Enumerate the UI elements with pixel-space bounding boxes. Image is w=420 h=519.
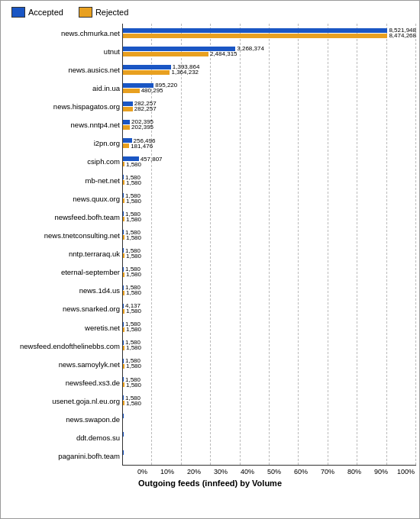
rejected-bar: [123, 198, 124, 203]
rejected-bar-wrapper: [123, 437, 416, 443]
rejected-bar: [123, 272, 124, 277]
accepted-bar-wrapper: 1,580: [123, 230, 416, 235]
bar-row: 8,521,9488,474,268: [123, 24, 416, 42]
accepted-bar-wrapper: 1,580: [123, 285, 416, 290]
accepted-bar-wrapper: [123, 432, 416, 437]
bar-pair: [123, 414, 416, 424]
bar-row: 895,220480,295: [123, 79, 416, 97]
rejected-bar-wrapper: 1,580: [123, 217, 416, 222]
accepted-bar-wrapper: 256,496: [123, 138, 416, 143]
rejected-bar: [123, 180, 124, 185]
rejected-bar: [123, 162, 124, 166]
rejected-bar-wrapper: 480,295: [123, 88, 416, 93]
accepted-bar: [123, 377, 124, 382]
rejected-bar-wrapper: 1,580: [123, 180, 416, 185]
rejected-bar: [123, 327, 124, 332]
x-axis-label: 40%: [229, 468, 256, 475]
rejected-bar-label: 1,580: [126, 308, 141, 314]
bar-row: 3,268,3742,484,315: [123, 42, 416, 60]
accepted-bar-wrapper: 1,580: [123, 193, 416, 198]
accepted-bar: [123, 230, 124, 234]
y-label: newsfeed.endofthelinebbs.com: [4, 337, 122, 355]
accepted-bar-wrapper: 202,395: [123, 119, 416, 124]
bar-row: 457,8071,580: [123, 153, 416, 171]
rejected-bar-wrapper: 181,476: [123, 143, 416, 149]
bar-pair: 1,5801,580: [123, 358, 416, 369]
bar-row: [123, 446, 416, 465]
accepted-bar: [123, 322, 124, 327]
rejected-bar-label: 480,295: [141, 87, 163, 94]
rejected-bar: [123, 346, 124, 350]
rejected-bar-label: 1,580: [126, 363, 141, 369]
accepted-bar: [123, 267, 124, 272]
legend-accepted: Accepted: [11, 7, 63, 18]
bar-row: 256,496181,476: [123, 134, 416, 152]
accepted-bar-wrapper: 1,580: [123, 175, 416, 180]
accepted-bar-wrapper: 1,580: [123, 395, 416, 401]
legend-rejected-label: Rejected: [95, 8, 128, 17]
rejected-bar: [123, 70, 170, 75]
accepted-bar-wrapper: 1,580: [123, 266, 416, 272]
y-label: csiph.com: [4, 153, 122, 171]
bar-row: 1,5801,580: [123, 208, 416, 226]
y-label: newsfeed.xs3.de: [4, 373, 122, 392]
x-axis-label: 10%: [149, 468, 176, 475]
bar-pair: 4,1371,580: [123, 303, 416, 314]
x-axis-label: 20%: [176, 468, 202, 475]
accepted-bar: [123, 28, 387, 33]
rejected-bar: [123, 309, 124, 314]
accepted-bar-wrapper: 1,580: [123, 321, 416, 327]
accepted-bar-wrapper: 4,137: [123, 303, 416, 308]
accepted-bar: [123, 193, 124, 198]
x-axis-label: 60%: [283, 468, 309, 475]
y-label: newsfeed.bofh.team: [4, 208, 122, 226]
bar-pair: 895,220480,295: [123, 82, 416, 93]
chart-area: news.chmurka.netutnutnews.ausics.netaid.…: [4, 24, 416, 466]
rejected-bar-label: 1,580: [126, 216, 141, 223]
x-axis-label: 70%: [309, 468, 336, 475]
bar-pair: 8,521,9488,474,268: [123, 27, 416, 38]
y-label: news.quux.org: [4, 189, 122, 208]
rejected-bar-wrapper: [123, 456, 416, 461]
y-label: utnut: [4, 42, 122, 60]
rejected-bar: [123, 382, 124, 387]
bar-row: 1,5801,580: [123, 318, 416, 336]
rejected-bar: [123, 107, 133, 111]
x-axis-label: 0%: [122, 468, 149, 475]
bar-pair: [123, 450, 416, 461]
y-label: eternal-september: [4, 263, 122, 282]
chart-container: Accepted Rejected news.chmurka.netutnutn…: [0, 0, 420, 519]
legend-rejected-box: [79, 7, 92, 18]
accepted-bar: [123, 359, 124, 363]
accepted-bar-wrapper: 1,580: [123, 358, 416, 363]
rejected-bar-label: 1,580: [126, 382, 141, 388]
rejected-bar-wrapper: 1,580: [123, 308, 416, 314]
accepted-bar: [123, 432, 124, 437]
rejected-bar-wrapper: 282,257: [123, 106, 416, 111]
rejected-bar: [123, 125, 130, 130]
y-label: news.1d4.us: [4, 282, 122, 300]
legend-accepted-label: Accepted: [28, 8, 63, 17]
accepted-bar-wrapper: [123, 414, 416, 419]
y-axis-labels: news.chmurka.netutnutnews.ausics.netaid.…: [4, 24, 122, 466]
y-label: mb-net.net: [4, 171, 122, 189]
rejected-bar-wrapper: 1,580: [123, 290, 416, 295]
bar-row: 1,5801,580: [123, 226, 416, 244]
accepted-bar-wrapper: 8,521,948: [123, 27, 416, 33]
accepted-bar: [123, 248, 124, 253]
rejected-bar-wrapper: 1,580: [123, 382, 416, 388]
rejected-bar: [123, 52, 208, 56]
rejected-bar-wrapper: 2,484,315: [123, 51, 416, 56]
rejected-bar-label: 8,474,268: [389, 32, 416, 39]
rejected-bar-wrapper: 1,580: [123, 253, 416, 259]
y-label: news.chmurka.net: [4, 24, 122, 42]
accepted-bar-wrapper: 1,580: [123, 377, 416, 382]
rejected-bar-label: 1,580: [126, 198, 141, 205]
bar-pair: 1,5801,580: [123, 266, 416, 277]
accepted-bar: [123, 102, 133, 106]
accepted-bar-wrapper: 282,257: [123, 101, 416, 106]
accepted-bar-wrapper: 1,580: [123, 248, 416, 253]
bar-pair: 1,5801,580: [123, 248, 416, 259]
accepted-bar-wrapper: 1,580: [123, 211, 416, 217]
bar-row: 282,257282,257: [123, 97, 416, 115]
